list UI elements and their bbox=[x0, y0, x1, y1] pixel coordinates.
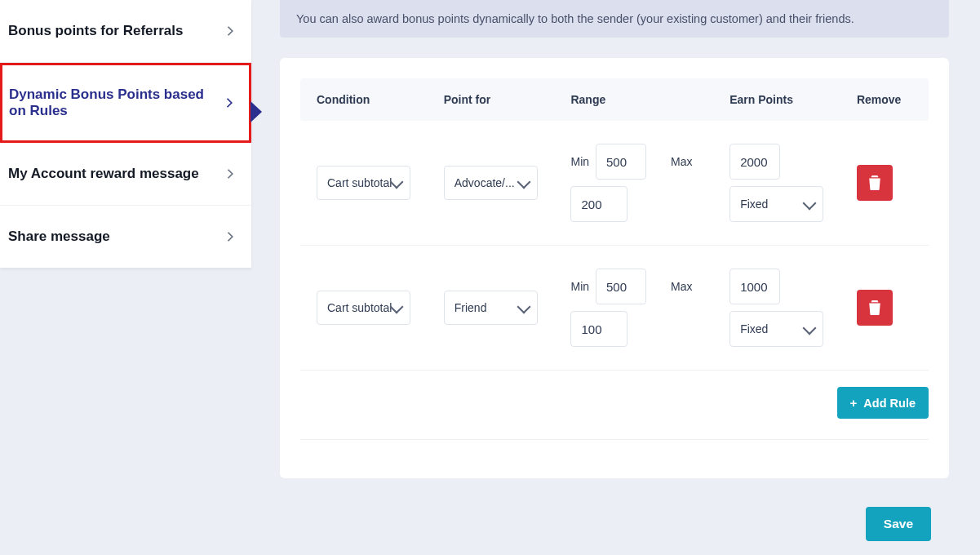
add-rule-label: Add Rule bbox=[863, 397, 916, 410]
earn-type-value: Fixed bbox=[740, 198, 768, 211]
chevron-right-icon bbox=[225, 231, 237, 242]
col-header-remove: Remove bbox=[857, 93, 912, 106]
sidebar-item-share-message[interactable]: Share message bbox=[0, 206, 251, 268]
earn-type-value: Fixed bbox=[740, 322, 768, 335]
trash-icon bbox=[868, 175, 881, 190]
chevron-right-icon bbox=[224, 97, 236, 109]
sidebar-item-bonus-referrals[interactable]: Bonus points for Referrals bbox=[0, 0, 251, 63]
extra-input[interactable] bbox=[570, 311, 627, 347]
add-rule-button[interactable]: + Add Rule bbox=[837, 387, 929, 419]
rules-table-header: Condition Point for Range Earn Points Re… bbox=[300, 78, 929, 121]
trash-icon bbox=[868, 300, 881, 315]
max-label: Max bbox=[671, 280, 692, 293]
col-header-range: Range bbox=[570, 93, 729, 106]
earn-value-input[interactable] bbox=[729, 144, 780, 180]
info-bar: You can also award bonus points dynamica… bbox=[280, 0, 949, 38]
remove-rule-button[interactable] bbox=[857, 290, 893, 326]
earn-value-input[interactable] bbox=[729, 269, 780, 304]
active-indicator-arrow bbox=[251, 101, 262, 122]
cell-earn: Fixed bbox=[729, 144, 857, 222]
cell-point-for: Friend bbox=[444, 291, 571, 325]
earn-type-select[interactable]: Fixed bbox=[729, 186, 823, 222]
min-label: Min bbox=[570, 280, 589, 293]
condition-select[interactable]: Cart subtotal bbox=[317, 166, 410, 200]
min-input[interactable] bbox=[596, 269, 646, 304]
col-header-condition: Condition bbox=[317, 93, 444, 106]
condition-select[interactable]: Cart subtotal bbox=[317, 291, 410, 325]
plus-icon: + bbox=[850, 396, 858, 410]
max-label: Max bbox=[671, 155, 692, 168]
point-for-select[interactable]: Advocate/... bbox=[444, 166, 538, 200]
cell-earn: Fixed bbox=[729, 269, 857, 347]
cell-point-for: Advocate/... bbox=[444, 166, 571, 200]
cell-remove bbox=[857, 165, 912, 201]
cell-remove bbox=[857, 290, 912, 326]
rule-row: Cart subtotal Advocate/... Min Max bbox=[300, 121, 929, 246]
cell-range: Min Max bbox=[570, 144, 729, 222]
sidebar-item-label: Dynamic Bonus Points based on Rules bbox=[9, 87, 220, 119]
point-for-select[interactable]: Friend bbox=[444, 291, 538, 325]
remove-rule-button[interactable] bbox=[857, 165, 893, 201]
earn-type-select[interactable]: Fixed bbox=[729, 311, 823, 347]
main-content: You can also award bonus points dynamica… bbox=[280, 0, 949, 478]
point-for-select-value: Advocate/... bbox=[455, 176, 515, 189]
cell-condition: Cart subtotal bbox=[317, 291, 444, 325]
sidebar-item-dynamic-bonus[interactable]: Dynamic Bonus Points based on Rules bbox=[0, 63, 251, 143]
min-input[interactable] bbox=[596, 144, 646, 180]
chevron-right-icon bbox=[225, 168, 237, 180]
condition-select-value: Cart subtotal bbox=[327, 301, 392, 314]
sidebar-item-account-reward[interactable]: My Account reward message bbox=[0, 143, 251, 206]
save-button[interactable]: Save bbox=[866, 507, 931, 541]
min-label: Min bbox=[570, 155, 589, 168]
chevron-right-icon bbox=[225, 25, 237, 37]
condition-select-value: Cart subtotal bbox=[327, 176, 392, 189]
extra-input[interactable] bbox=[570, 186, 627, 222]
col-header-earn: Earn Points bbox=[729, 93, 857, 106]
sidebar: Bonus points for Referrals Dynamic Bonus… bbox=[0, 0, 251, 268]
sidebar-item-label: Bonus points for Referrals bbox=[8, 23, 183, 39]
add-rule-row: + Add Rule bbox=[300, 371, 929, 440]
card-footer-space bbox=[300, 440, 929, 458]
cell-condition: Cart subtotal bbox=[317, 166, 444, 200]
col-header-point-for: Point for bbox=[444, 93, 571, 106]
sidebar-item-label: Share message bbox=[8, 229, 110, 245]
rules-card: Condition Point for Range Earn Points Re… bbox=[280, 58, 949, 478]
save-label: Save bbox=[884, 517, 913, 531]
point-for-select-value: Friend bbox=[455, 301, 487, 314]
sidebar-item-label: My Account reward message bbox=[8, 166, 199, 182]
rule-row: Cart subtotal Friend Min Max bbox=[300, 246, 929, 371]
cell-range: Min Max bbox=[570, 269, 729, 347]
